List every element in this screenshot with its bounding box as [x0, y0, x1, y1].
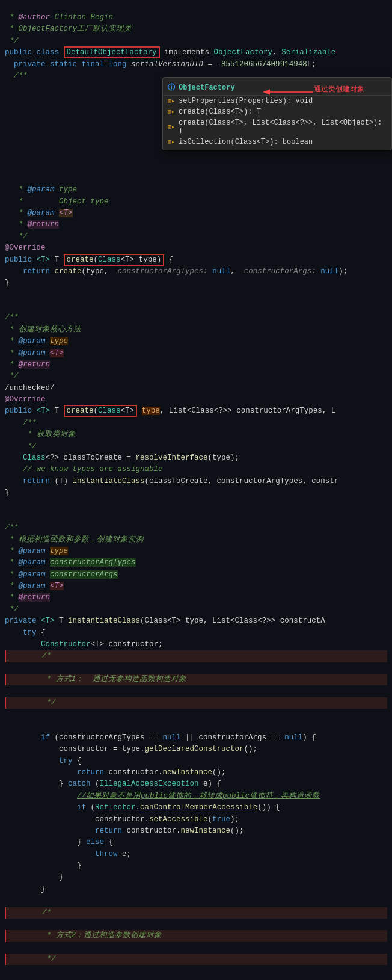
- line-comment-param-T2: * @param <T>: [5, 349, 64, 357]
- line-close-brace-1: }: [5, 279, 10, 287]
- line-comment-close3: */: [5, 605, 19, 614]
- line-if-constructorArgTypes: if (constructorArgTypes == null || const…: [5, 733, 316, 742]
- line-comment-close2: */: [5, 372, 19, 380]
- line-override-2: @Override: [5, 395, 46, 404]
- line-comment-close: */: [5, 232, 28, 241]
- line-create-2: public <T> T create(Class<T> type, List<…: [5, 405, 335, 417]
- popup-class-name: ObjectFactory: [179, 84, 235, 92]
- line-6: /**: [5, 72, 28, 80]
- line-constructor-decl: Constructor<T> constructor;: [5, 640, 163, 649]
- line-comment-return3: * @return: [5, 593, 50, 602]
- line-4: public class DefaultObjectFactory implem…: [5, 46, 335, 58]
- line-javadoc-open: /**: [5, 419, 37, 427]
- code-block-2: * @param type * Object type * @param <T>…: [0, 184, 392, 980]
- line-2: * ObjectFactory工厂默认实现类 */ public class D…: [5, 25, 335, 80]
- line-3: */ public class DefaultObjectFactory imp…: [5, 37, 335, 80]
- method-text-2: create(Class<T>): T: [179, 108, 261, 116]
- method-text-3: create(Class<T>, List<Class<?>>, List<Ob…: [179, 119, 387, 135]
- line-1: * @author Clinton Begin * ObjectFactory工…: [5, 13, 335, 80]
- line-getDeclaredConstructor: constructor = type.getDeclaredConstructo…: [5, 745, 257, 753]
- line-close-else-1: }: [5, 861, 82, 870]
- line-return-T: return (T) instantiateClass(classToCreat…: [5, 477, 338, 485]
- method-icon-1: m▸: [168, 97, 175, 105]
- line-comment-param-args: * @param constructorArgs: [5, 570, 118, 579]
- line-private-instantiate: private <T> T instantiateClass(Class<T> …: [5, 617, 325, 625]
- line-way1-text: * 方式1： 通过无参构造函数构造对象: [5, 674, 387, 685]
- line-comment-param-T3: * @param <T>: [5, 582, 64, 590]
- line-get-class: * 获取类对象: [5, 430, 76, 439]
- line-comment-param-argTypes: * @param constructorArgTypes: [5, 558, 136, 567]
- method-icon-4: m▸: [168, 138, 175, 146]
- line-override-1: @Override: [5, 244, 46, 252]
- line-comment-way2: /*: [5, 907, 387, 919]
- annotation-arrow: 通过类创建对象: [259, 89, 319, 109]
- line-comment-instantiate: /**: [5, 523, 19, 532]
- line-comment-instantiate-text: * 根据构造函数和参数，创建对象实例: [5, 535, 144, 544]
- method-icon-2: m▸: [168, 108, 175, 116]
- line-comment-core: /**: [5, 313, 19, 322]
- line-comment-return: * @return: [5, 220, 59, 229]
- info-icon: ⓘ: [168, 82, 175, 93]
- line-comment-way1: /*: [5, 650, 387, 662]
- popup-item-4[interactable]: m▸ isCollection(Class<T>): boolean: [163, 137, 391, 147]
- line-way2-text: * 方式2：通过构造参数创建对象: [5, 930, 387, 941]
- line-if-reflector: if (Reflector.canControlMemberAccessible…: [5, 803, 280, 812]
- line-setAccessible-1: constructor.setAccessible(true);: [5, 815, 239, 824]
- line-close-if-1: }: [5, 885, 46, 893]
- line-close-brace-2: }: [5, 488, 10, 497]
- line-create-1: public <T> T create(Class<T> type) {: [5, 254, 173, 266]
- line-return-create: return create(type, constructorArgTypes:…: [5, 267, 348, 276]
- line-comment-way1-close: */: [5, 697, 387, 709]
- code-block: * @author Clinton Begin * ObjectFactory工…: [0, 6, 392, 88]
- line-comment-public: //如果对象不是用public修饰的，就转成public修饰符，再构造函数: [5, 792, 320, 800]
- method-text-4: isCollection(Class<T>): boolean: [179, 138, 313, 146]
- line-comment-param-type3: * @param type: [5, 547, 68, 555]
- code-container: * @author Clinton Begin * ObjectFactory工…: [0, 0, 392, 980]
- line-catch-illegal: } catch (IllegalAccessException e) {: [5, 780, 221, 788]
- line-else-1: } else {: [5, 838, 113, 846]
- line-return-newInstance-1: return constructor.newInstance();: [5, 768, 226, 777]
- line-comment-param-T: * @param <T>: [5, 209, 73, 217]
- line-comment-core-text: * 创建对象核心方法: [5, 325, 81, 334]
- line-try-2: try {: [5, 757, 82, 765]
- line-try-1: try {: [5, 629, 46, 637]
- line-comment-param-type: * @param type: [5, 185, 77, 194]
- popup-item-3[interactable]: m▸ create(Class<T>, List<Class<?>>, List…: [163, 117, 391, 137]
- annotation-text: 通过类创建对象: [314, 84, 364, 94]
- method-icon-3: m▸: [168, 123, 175, 131]
- line-classToCreate: Class<?> classToCreate = resolveInterfac…: [5, 454, 239, 462]
- line-comment-param-type2: * @param type: [5, 337, 68, 345]
- line-close-catch-1: }: [5, 873, 64, 881]
- line-comment-types: // we know types are assignable: [5, 465, 163, 473]
- line-throw-e-1: throw e;: [5, 850, 131, 858]
- line-comment-object: * Object type: [5, 197, 109, 206]
- line-javadoc-close: */: [5, 442, 37, 451]
- line-return-newInstance-2: return constructor.newInstance();: [5, 827, 244, 835]
- line-comment-return2: * @return: [5, 360, 50, 369]
- line-unchecked: /unchecked/: [5, 384, 55, 392]
- line-5: private static final long serialVersionU…: [5, 60, 316, 69]
- line-comment-way2-close: */: [5, 954, 387, 965]
